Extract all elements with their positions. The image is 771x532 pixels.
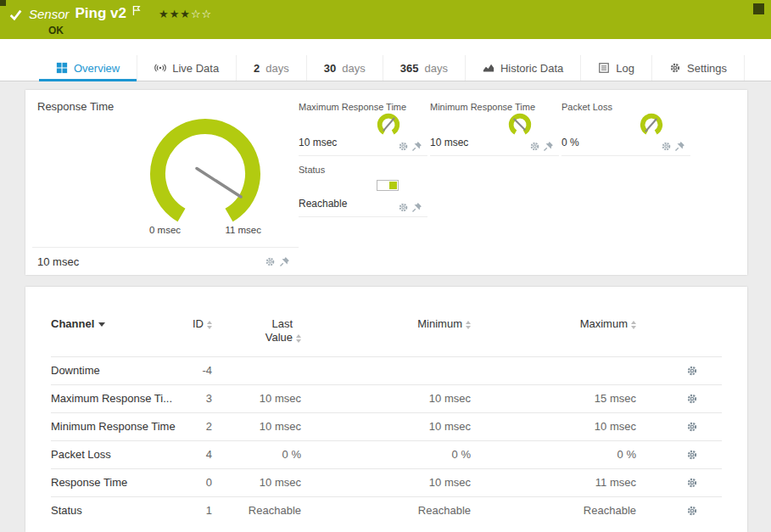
sort-icon xyxy=(296,334,301,343)
gear-icon[interactable] xyxy=(398,141,409,152)
gear-icon[interactable] xyxy=(661,141,672,152)
channels-table-panel: Channel ID Last Value Minimum Maximum Do… xyxy=(25,287,747,532)
gauge-needle xyxy=(645,119,656,131)
tab-number: 2 xyxy=(254,62,260,75)
channel-maximum: 11 msec xyxy=(471,476,636,489)
overview-grid-icon xyxy=(56,62,68,74)
tab-label: Historic Data xyxy=(500,62,563,75)
table-header-row: Channel ID Last Value Minimum Maximum xyxy=(51,317,722,356)
gauge-needle xyxy=(514,119,524,129)
gear-icon[interactable] xyxy=(398,202,409,213)
tab-overview[interactable]: Overview xyxy=(39,55,137,81)
prtg-sensor-page: Sensor Ping v2 ★★★☆☆ OK Overview Live Da… xyxy=(0,0,771,532)
ok-check-icon xyxy=(8,8,23,22)
channel-id: 2 xyxy=(178,420,212,433)
tab-2-days[interactable]: 2 days xyxy=(237,55,307,81)
channel-settings-icon[interactable] xyxy=(686,477,698,489)
corner-decoration xyxy=(0,0,6,6)
tab-log[interactable]: Log xyxy=(581,55,652,81)
log-icon xyxy=(598,62,610,74)
channel-settings-icon[interactable] xyxy=(686,505,698,517)
tab-settings[interactable]: Settings xyxy=(652,55,745,81)
tab-label: Overview xyxy=(74,62,120,75)
column-header-last-value[interactable]: Last Value xyxy=(212,317,301,345)
column-header-maximum[interactable]: Maximum xyxy=(471,317,636,330)
packet-loss-block: Packet Loss 0 % xyxy=(561,102,690,156)
channel-name: Downtime xyxy=(51,364,178,377)
priority-stars[interactable]: ★★★☆☆ xyxy=(159,8,212,20)
scale-min-label: 0 msec xyxy=(149,225,181,235)
packet-loss-gauge xyxy=(636,112,667,139)
channel-last-value: 10 msec xyxy=(212,476,301,489)
channel-name: Response Time xyxy=(51,476,178,489)
column-header-label: ID xyxy=(193,317,204,330)
column-header-minimum[interactable]: Minimum xyxy=(301,317,471,330)
gear-icon[interactable] xyxy=(529,141,540,152)
tab-label: days xyxy=(265,62,288,75)
object-kind-label: Sensor xyxy=(29,7,70,21)
tab-365-days[interactable]: 365 days xyxy=(383,55,466,81)
tab-live-data[interactable]: Live Data xyxy=(137,55,237,81)
status-toggle-knob xyxy=(389,182,397,189)
channel-settings-icon[interactable] xyxy=(686,365,698,377)
gear-icon[interactable] xyxy=(265,256,276,267)
channel-minimum: 10 msec xyxy=(301,476,471,489)
mini-gauges-grid: Maximum Response Time 10 msec Minimum Re… xyxy=(299,90,747,275)
table-row: Status 1 Reachable Reachable Reachable xyxy=(51,496,722,524)
mini-gauge-title: Maximum Response Time xyxy=(299,102,427,112)
gear-icon xyxy=(669,62,681,74)
stars-filled: ★★★ xyxy=(159,8,191,20)
channel-minimum: 10 msec xyxy=(301,420,471,433)
tab-30-days[interactable]: 30 days xyxy=(307,55,383,81)
gauge-footer: 10 msec xyxy=(32,247,299,275)
pin-icon[interactable] xyxy=(543,141,554,152)
column-header-label: Maximum xyxy=(580,317,628,330)
mini-gauge-title: Status xyxy=(299,165,427,175)
mini-gauge-title: Packet Loss xyxy=(561,102,690,112)
dependency-flag-icon xyxy=(132,5,141,16)
table-row: Packet Loss 4 0 % 0 % 0 % xyxy=(51,440,722,468)
pin-icon[interactable] xyxy=(411,141,422,152)
max-response-time-gauge xyxy=(373,112,404,139)
pin-icon[interactable] xyxy=(674,141,685,152)
min-response-time-gauge xyxy=(505,112,535,139)
channel-settings-icon[interactable] xyxy=(686,393,698,405)
table-row: Response Time 0 10 msec 10 msec 11 msec xyxy=(51,468,722,496)
tab-bar: Overview Live Data 2 days 30 days 365 da… xyxy=(0,39,771,81)
overview-content: Response Time 0 msec 11 msec 10 msec xyxy=(0,81,771,532)
channel-name: Status xyxy=(51,504,178,517)
column-header-id[interactable]: ID xyxy=(178,317,212,330)
channel-maximum: 15 msec xyxy=(471,392,636,405)
sort-icon xyxy=(631,321,636,329)
broadcast-icon xyxy=(154,62,166,74)
mini-gauge-title: Minimum Response Time xyxy=(430,102,559,112)
channel-id: 1 xyxy=(178,504,212,517)
gauge-value: 10 msec xyxy=(37,255,79,268)
tab-historic-data[interactable]: Historic Data xyxy=(466,55,581,81)
channel-last-value: 0 % xyxy=(212,448,301,461)
channel-id: 0 xyxy=(178,476,212,489)
channel-maximum: 10 msec xyxy=(471,420,636,433)
channel-name: Minimum Response Time xyxy=(51,420,178,433)
column-header-label: Last Value xyxy=(254,317,293,345)
column-header-channel[interactable]: Channel xyxy=(51,317,178,330)
channel-settings-icon[interactable] xyxy=(686,449,698,461)
channel-id: -4 xyxy=(178,364,212,377)
mini-gauge-value: 10 msec xyxy=(299,137,337,148)
sensor-name: Ping v2 xyxy=(75,5,126,22)
gauge-scale: 0 msec 11 msec xyxy=(137,225,273,235)
pin-icon[interactable] xyxy=(411,202,422,213)
pin-icon[interactable] xyxy=(279,256,290,267)
channel-last-value: 10 msec xyxy=(212,392,301,405)
column-header-label: Channel xyxy=(51,317,94,330)
window-control-icon[interactable] xyxy=(753,3,764,14)
area-chart-icon xyxy=(483,62,494,74)
channel-maximum: Reachable xyxy=(471,504,636,517)
scale-max-label: 11 msec xyxy=(225,225,261,235)
channel-settings-icon[interactable] xyxy=(686,421,698,433)
channel-maximum: 0 % xyxy=(471,448,636,461)
table-row: Downtime -4 xyxy=(51,356,722,384)
response-time-gauge xyxy=(137,115,273,233)
channel-minimum: 0 % xyxy=(301,448,471,461)
column-header-label: Minimum xyxy=(417,317,462,330)
